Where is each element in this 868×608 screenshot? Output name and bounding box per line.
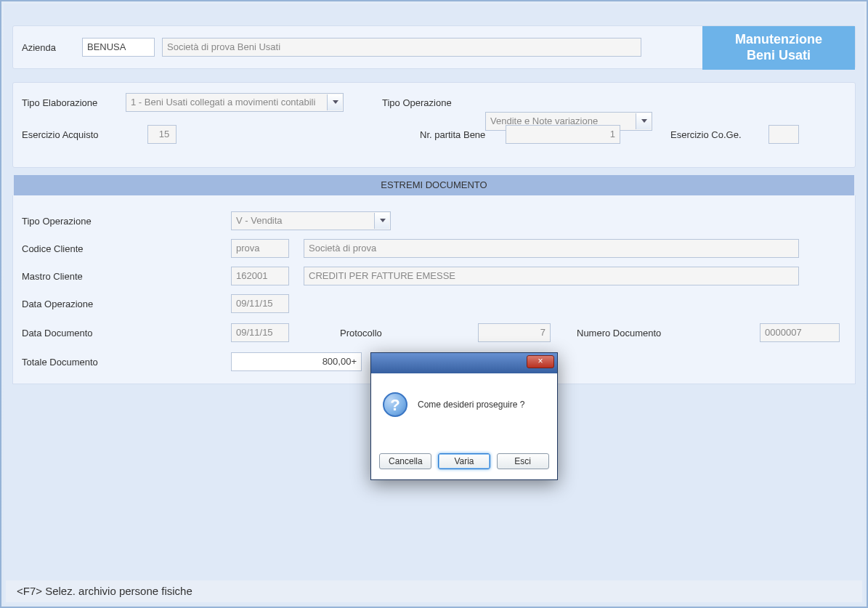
data-operazione-field[interactable]: 09/11/15 [231,294,289,313]
chevron-down-icon [333,100,338,104]
azienda-code-field[interactable]: BENUSA [82,38,155,57]
totale-documento-field[interactable]: 800,00+ [231,352,362,371]
mastro-cliente-label: Mastro Cliente [22,271,83,282]
page-title-line1: Manutenzione [702,32,855,48]
esercizio-coge-field[interactable] [768,125,799,144]
close-icon: × [538,356,543,366]
params-card: Tipo Elaborazione 1 - Beni Usati collega… [12,82,856,168]
azienda-label: Azienda [22,42,56,53]
cancella-button[interactable]: Cancella [379,453,431,469]
protocollo-label: Protocollo [340,328,382,339]
dialog-message: Come desideri proseguire ? [418,400,524,410]
data-operazione-label: Data Operazione [22,299,93,309]
data-documento-field[interactable]: 09/11/15 [231,323,289,342]
codice-cliente-field[interactable]: prova [231,239,289,258]
esercizio-acquisto-label: Esercizio Acquisto [22,129,99,140]
chevron-down-icon [380,219,386,222]
tipo-elaborazione-dropdown[interactable]: 1 - Beni Usati collegati a movimenti con… [126,93,344,112]
app-window: Azienda BENUSA Società di prova Beni Usa… [0,0,868,608]
codice-cliente-label: Codice Cliente [22,243,84,254]
status-bar: <F7> Selez. archivio persone fisiche [6,580,862,602]
estremi-documento-header: ESTREMI DOCUMENTO [14,175,854,195]
totale-documento-label: Totale Documento [22,357,98,368]
dialog-button-row: Cancella Varia Esci [377,449,551,474]
doc-tipo-operazione-label: Tipo Operazione [22,216,92,227]
numero-documento-field[interactable]: 0000007 [760,323,840,342]
main-panel: Azienda BENUSA Società di prova Beni Usa… [4,4,864,604]
dialog-close-button[interactable]: × [527,355,554,368]
question-icon: ? [383,392,407,417]
esci-button[interactable]: Esci [497,453,549,469]
esercizio-coge-label: Esercizio Co.Ge. [670,129,742,140]
doc-tipo-operazione-dropdown[interactable]: V - Vendita [231,211,391,230]
nr-partita-field[interactable]: 1 [506,125,620,144]
chevron-down-icon [641,119,647,123]
mastro-cliente-field[interactable]: 162001 [231,267,289,285]
esercizio-acquisto-field[interactable]: 15 [147,125,177,144]
tipo-elaborazione-value: 1 - Beni Usati collegati a movimenti con… [131,97,315,108]
doc-tipo-operazione-value: V - Vendita [236,215,283,226]
nr-partita-label: Nr. partita Bene [420,129,485,140]
codice-cliente-desc: Società di prova [304,239,799,258]
protocollo-field[interactable]: 7 [478,323,551,342]
header-card: Azienda BENUSA Società di prova Beni Usa… [12,25,856,69]
page-title: Manutenzione Beni Usati [702,26,855,70]
varia-button[interactable]: Varia [438,453,490,469]
confirm-dialog: × ? Come desideri proseguire ? Cancella … [370,352,558,480]
tipo-operazione-label: Tipo Operazione [382,97,452,108]
page-title-line2: Beni Usati [702,48,855,64]
dialog-body: ? Come desideri proseguire ? [377,379,551,430]
dialog-titlebar[interactable]: × [371,353,557,373]
numero-documento-label: Numero Documento [577,328,661,339]
data-documento-label: Data Documento [22,328,93,339]
tipo-elaborazione-label: Tipo Elaborazione [22,97,97,108]
mastro-cliente-desc: CREDITI PER FATTURE EMESSE [304,267,799,285]
azienda-desc-field: Società di prova Beni Usati [162,38,641,57]
